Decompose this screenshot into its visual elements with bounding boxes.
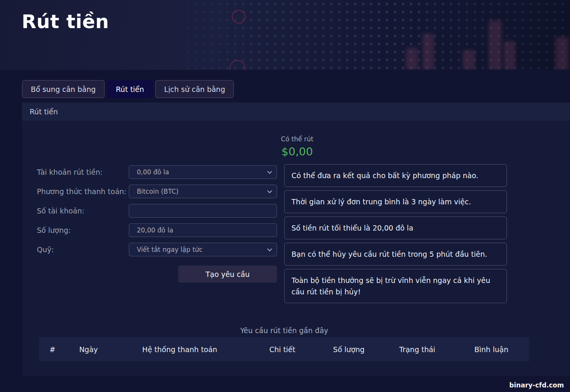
- recent-withdrawals-title: Yêu cầu rút tiền gần đây: [39, 326, 529, 335]
- chevron-down-icon: [267, 169, 272, 174]
- info-note-1: Có thể đưa ra kết quả cho bất kỳ phương …: [284, 164, 507, 187]
- chevron-down-icon: [267, 188, 272, 193]
- fund-selected-value: Viết tắt ngay lập tức: [137, 246, 203, 253]
- fund-label: Quỹ:: [37, 245, 129, 254]
- form-actions: Tạo yêu cầu: [129, 266, 277, 283]
- withdrawal-account-field: 0,00 đô la: [129, 165, 277, 179]
- chart-bar-decoration: [463, 50, 475, 70]
- chevron-down-icon: [267, 247, 272, 251]
- info-notes: Có thể đưa ra kết quả cho bất kỳ phương …: [284, 164, 507, 303]
- payment-method-field: Bitcoin (BTC): [129, 185, 277, 198]
- tab-balance-history[interactable]: Lịch sử cân bằng: [155, 80, 234, 98]
- tab-add-balance[interactable]: Bổ sung cân bằng: [22, 80, 104, 98]
- column-header-5: Số lượng: [317, 345, 381, 354]
- payment-method-selected-value: Bitcoin (BTC): [137, 188, 179, 195]
- fund-field: Viết tắt ngay lập tức: [129, 243, 277, 256]
- amount-field: [129, 223, 277, 237]
- info-note-3: Số tiền rút tối thiểu là 20,00 đô la: [284, 217, 507, 239]
- payment-method-label: Phương thức thanh toán:: [37, 187, 129, 196]
- chart-bar-decoration: [556, 37, 568, 70]
- create-request-button[interactable]: Tạo yêu cầu: [178, 266, 277, 283]
- recent-withdrawals-header-row: #NgàyHệ thống thanh toánChi tiếtSố lượng…: [39, 337, 529, 361]
- info-note-5: Toàn bộ tiền thưởng sẽ bị trừ vĩnh viễn …: [284, 269, 507, 303]
- payment-method-select[interactable]: Bitcoin (BTC): [129, 185, 277, 198]
- amount-label: Số lượng:: [37, 226, 129, 235]
- withdraw-form: Tài khoản rút tiền:0,00 đô laPhương thức…: [37, 165, 277, 276]
- tab-withdraw[interactable]: Rút tiển: [107, 80, 153, 98]
- withdrawal-account-selected-value: 0,00 đô la: [137, 168, 169, 176]
- fund-select[interactable]: Viết tắt ngay lập tức: [129, 243, 277, 256]
- withdraw-panel: Rút tiển Có thể rút $0,00 Tài khoản rút …: [22, 103, 570, 376]
- amount-input[interactable]: [129, 223, 277, 237]
- account-number-field: [129, 204, 277, 218]
- column-header-1: #: [39, 345, 66, 354]
- chart-bar-decoration: [489, 21, 502, 70]
- available-balance-value: $0,00: [281, 145, 313, 158]
- account-number-input[interactable]: [129, 204, 277, 218]
- map-marker-circle: [232, 10, 245, 24]
- withdraw-page: Rút tiền Bổ sung cân bằngRút tiểnLịch sử…: [0, 0, 570, 392]
- chart-bar-decoration: [406, 48, 418, 70]
- info-note-2: Thời gian xử lý đơn trung bình là 3 ngày…: [284, 190, 507, 213]
- column-header-3: Hệ thống thanh toán: [111, 345, 248, 354]
- column-header-4: Chi tiết: [248, 345, 317, 354]
- column-header-7: Bình luận: [453, 345, 529, 354]
- panel-header: Rút tiển: [22, 103, 570, 121]
- panel-body: Có thể rút $0,00 Tài khoản rút tiền:0,00…: [22, 121, 570, 376]
- page-title: Rút tiền: [22, 11, 109, 33]
- balance-tabs: Bổ sung cân bằngRút tiểnLịch sử cân bằng: [22, 80, 570, 98]
- site-watermark: binary-cfd.com: [509, 381, 564, 389]
- chart-bar-decoration: [423, 33, 434, 70]
- info-note-4: Bạn có thể hủy yêu cầu rút tiền trong 5 …: [284, 243, 507, 266]
- column-header-6: Trạng thái: [381, 345, 453, 354]
- column-header-2: Ngày: [66, 345, 111, 354]
- withdrawal-account-label: Tài khoản rút tiền:: [37, 168, 129, 177]
- withdrawal-account-select[interactable]: 0,00 đô la: [129, 165, 277, 179]
- available-balance-label: Có thể rút: [281, 135, 313, 143]
- chart-bar-decoration: [504, 41, 515, 70]
- hero-banner: Rút tiền: [0, 0, 570, 70]
- account-number-label: Số tài khoản:: [37, 207, 129, 215]
- available-balance: Có thể rút $0,00: [281, 135, 313, 158]
